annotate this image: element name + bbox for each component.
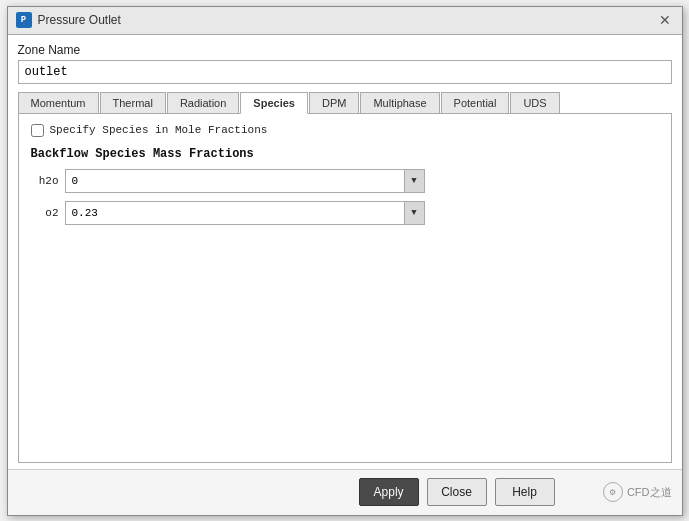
- species-input-wrapper-h2o: ▼: [65, 169, 425, 193]
- species-input-h2o[interactable]: [66, 170, 404, 192]
- window-icon: P: [16, 12, 32, 28]
- tab-momentum[interactable]: Momentum: [18, 92, 99, 113]
- main-window: P Pressure Outlet ✕ Zone Name Momentum T…: [7, 6, 683, 516]
- content-area: Zone Name Momentum Thermal Radiation Spe…: [8, 35, 682, 469]
- help-button[interactable]: Help: [495, 478, 555, 506]
- tab-multiphase[interactable]: Multiphase: [360, 92, 439, 113]
- tab-thermal[interactable]: Thermal: [100, 92, 166, 113]
- mole-fractions-row: Specify Species in Mole Fractions: [31, 124, 659, 137]
- tab-dpm[interactable]: DPM: [309, 92, 359, 113]
- mole-fractions-label: Specify Species in Mole Fractions: [50, 124, 268, 136]
- species-label-h2o: h2o: [31, 175, 59, 187]
- tabs-row: Momentum Thermal Radiation Species DPM M…: [18, 92, 672, 114]
- close-button[interactable]: Close: [427, 478, 487, 506]
- species-label-o2: o2: [31, 207, 59, 219]
- footer: Apply Close Help ⚙ CFD之道: [8, 469, 682, 515]
- backflow-section-title: Backflow Species Mass Fractions: [31, 147, 659, 161]
- mole-fractions-checkbox[interactable]: [31, 124, 44, 137]
- window-title: Pressure Outlet: [38, 13, 121, 27]
- species-dropdown-h2o[interactable]: ▼: [404, 170, 424, 192]
- species-input-wrapper-o2: ▼: [65, 201, 425, 225]
- titlebar-left: P Pressure Outlet: [16, 12, 121, 28]
- tab-species[interactable]: Species: [240, 92, 308, 114]
- footer-buttons: Apply Close Help: [310, 478, 603, 506]
- tab-potential[interactable]: Potential: [441, 92, 510, 113]
- window-close-button[interactable]: ✕: [656, 11, 674, 29]
- apply-button[interactable]: Apply: [359, 478, 419, 506]
- watermark: ⚙ CFD之道: [603, 482, 672, 502]
- titlebar: P Pressure Outlet ✕: [8, 7, 682, 35]
- tab-radiation[interactable]: Radiation: [167, 92, 239, 113]
- watermark-icon: ⚙: [603, 482, 623, 502]
- species-input-o2[interactable]: [66, 202, 404, 224]
- watermark-text: CFD之道: [627, 485, 672, 500]
- zone-name-label: Zone Name: [18, 43, 672, 57]
- species-row-h2o: h2o ▼: [31, 169, 659, 193]
- species-row-o2: o2 ▼: [31, 201, 659, 225]
- zone-name-input[interactable]: [18, 60, 672, 84]
- species-panel: Specify Species in Mole Fractions Backfl…: [18, 114, 672, 463]
- tab-uds[interactable]: UDS: [510, 92, 559, 113]
- species-dropdown-o2[interactable]: ▼: [404, 202, 424, 224]
